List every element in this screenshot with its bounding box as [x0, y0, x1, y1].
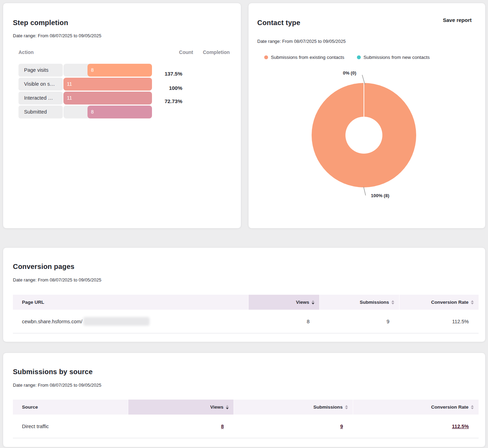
funnel-bar-value: 8 — [91, 106, 94, 118]
funnel-row: Visible on s… 11 — [18, 78, 152, 91]
column-header-completion: Completion — [198, 49, 230, 55]
submissions-by-source-title: Submissions by source — [13, 368, 93, 376]
views-link[interactable]: 8 — [221, 424, 224, 429]
funnel-row: Interacted … 11 — [18, 92, 152, 105]
funnel-step-label: Page visits — [18, 64, 63, 77]
contact-type-title: Contact type — [257, 19, 300, 27]
column-header-action: Action — [18, 49, 34, 55]
funnel-bar-value: 8 — [91, 64, 94, 77]
step-completion-title: Step completion — [13, 19, 68, 27]
legend-label: Submissions from new contacts — [364, 55, 430, 60]
funnel-bar-value: 11 — [67, 78, 72, 91]
views-cell: 8 — [128, 415, 234, 438]
column-header-views[interactable]: Views — [128, 400, 234, 415]
table-header-row: Source Views Submissions Conversion Rate — [13, 400, 479, 415]
conversion-pages-title: Conversion pages — [13, 263, 75, 271]
conversion-rate-link[interactable]: 112.5% — [452, 424, 469, 429]
legend-item-existing-contacts[interactable]: Submissions from existing contacts — [264, 55, 344, 60]
source-cell: Direct traffic — [13, 415, 128, 438]
sort-carets-icon — [471, 405, 474, 409]
funnel-bar: 11 — [63, 78, 152, 91]
step-completion-card: Step completion Date range: From 08/07/2… — [3, 3, 241, 229]
column-header-page-url[interactable]: Page URL — [13, 295, 248, 310]
table-header-row: Page URL Views Submissions Conversion Ra… — [13, 295, 479, 310]
views-cell: 8 — [248, 310, 319, 333]
donut-hole — [345, 117, 382, 154]
sort-carets-icon — [226, 405, 229, 409]
form-analytics-dashboard: Step completion Date range: From 08/07/2… — [0, 0, 488, 448]
submissions-link[interactable]: 9 — [340, 424, 343, 429]
funnel-bar-value: 11 — [67, 92, 72, 105]
legend-label: Submissions from existing contacts — [271, 55, 344, 60]
label-leader-line-bottom — [364, 187, 366, 195]
funnel-row: Submitted 8 — [18, 106, 152, 118]
conversion-rate-cell: 112.5% — [353, 415, 479, 438]
save-report-link[interactable]: Save report — [443, 17, 472, 23]
conversion-pages-table: Page URL Views Submissions Conversion Ra… — [13, 295, 479, 333]
slice-label-hundred-percent: 100% (8) — [371, 193, 389, 198]
sort-carets-icon — [471, 300, 474, 304]
table-row: cewbn.share.hsforms.com/ 8 9 112.5% — [13, 310, 479, 333]
column-header-source[interactable]: Source — [13, 400, 128, 415]
funnel-bar: 11 — [63, 92, 152, 105]
legend-item-new-contacts[interactable]: Submissions from new contacts — [357, 55, 430, 60]
contact-type-card: Contact type Save report Date range: Fro… — [248, 3, 486, 229]
donut-chart[interactable] — [307, 70, 426, 202]
column-header-conversion-rate[interactable]: Conversion Rate — [353, 400, 479, 415]
column-header-count: Count — [162, 49, 193, 55]
date-range-label: Date range: From 08/07/2025 to 09/05/202… — [13, 277, 101, 283]
funnel-bar: 8 — [87, 64, 152, 77]
redacted-url-blur — [83, 317, 150, 326]
column-header-submissions[interactable]: Submissions — [234, 400, 353, 415]
funnel-bar: 8 — [87, 106, 152, 118]
page-url-cell: cewbn.share.hsforms.com/ — [13, 310, 248, 333]
conversion-rate-cell: 112.5% — [399, 310, 479, 333]
sort-carets-icon — [391, 300, 394, 304]
legend-dot-orange-icon — [264, 55, 268, 59]
completion-rate-value: 137.5% — [151, 71, 182, 77]
funnel-track: 8 — [63, 106, 152, 118]
funnel-row: Page visits 8 — [18, 64, 152, 77]
date-range-label: Date range: From 08/07/2025 to 09/05/202… — [13, 33, 101, 38]
conversion-pages-card: Conversion pages Date range: From 08/07/… — [3, 247, 486, 342]
funnel-track: 11 — [63, 92, 152, 105]
sort-carets-icon — [345, 405, 348, 409]
submissions-by-source-table: Source Views Submissions Conversion Rate… — [13, 400, 479, 438]
slice-label-zero-percent: 0% (0) — [325, 70, 356, 76]
submissions-by-source-card: Submissions by source Date range: From 0… — [3, 353, 486, 447]
date-range-label: Date range: From 08/07/2025 to 09/05/202… — [13, 383, 101, 388]
column-header-conversion-rate[interactable]: Conversion Rate — [399, 295, 479, 310]
funnel-step-label: Visible on s… — [18, 78, 63, 91]
funnel-track: 8 — [63, 64, 152, 77]
submissions-cell: 9 — [319, 310, 399, 333]
sort-carets-icon — [312, 300, 314, 304]
legend-dot-teal-icon — [357, 55, 361, 59]
funnel-track: 11 — [63, 78, 152, 91]
date-range-label: Date range: From 08/07/2025 to 09/05/202… — [257, 39, 346, 44]
table-row: Direct traffic 8 9 112.5% — [13, 415, 479, 438]
funnel-step-label: Submitted — [18, 106, 63, 118]
column-header-submissions[interactable]: Submissions — [319, 295, 399, 310]
submissions-cell: 9 — [234, 415, 353, 438]
completion-rate-value: 100% — [151, 85, 182, 91]
funnel-step-label: Interacted … — [18, 92, 63, 105]
completion-rate-value: 72.73% — [151, 98, 182, 104]
chart-legend: Submissions from existing contacts Submi… — [264, 55, 430, 60]
column-header-views[interactable]: Views — [248, 295, 319, 310]
